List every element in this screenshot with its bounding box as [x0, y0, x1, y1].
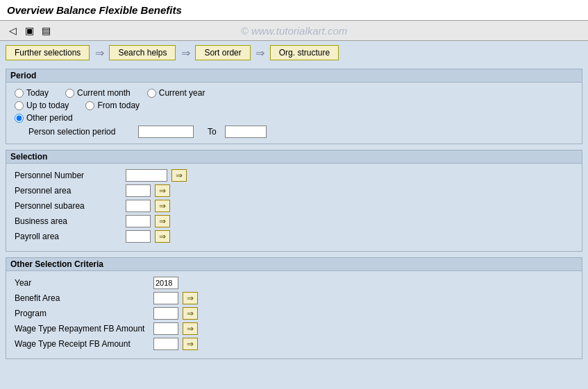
benefit-area-input[interactable] — [153, 292, 178, 304]
business-area-label: Business area — [15, 216, 126, 226]
personnel-subarea-label: Personnel subarea — [15, 201, 126, 211]
selection-section-title: Selection — [6, 150, 582, 164]
wage-type-repayment-label: Wage Type Repayment FB Amount — [15, 324, 153, 334]
wage-type-receipt-arrow-btn[interactable]: ⇒ — [183, 338, 198, 350]
person-selection-period-label: Person selection period — [28, 127, 133, 137]
program-arrow-btn[interactable]: ⇒ — [183, 307, 198, 320]
tab-search-helps[interactable]: Search helps — [109, 45, 176, 60]
personnel-area-input[interactable] — [126, 184, 151, 197]
back-icon[interactable]: ◁ — [6, 24, 19, 37]
payroll-area-arrow-btn[interactable]: ⇒ — [155, 230, 170, 243]
payroll-area-label: Payroll area — [15, 232, 126, 241]
wage-type-repayment-arrow-btn[interactable]: ⇒ — [183, 322, 198, 335]
selection-row-payroll-area: Payroll area ⇒ — [15, 230, 573, 243]
selection-row-personnel-subarea: Personnel subarea ⇒ — [15, 200, 573, 212]
personnel-number-input[interactable] — [126, 169, 167, 182]
page-title: Overview Balance Flexible Benefits — [7, 4, 182, 16]
selection-row-personnel-area: Personnel area ⇒ — [15, 184, 573, 197]
selection-row-personnel-number: Personnel Number ⇒ — [15, 169, 573, 182]
other-criteria-section: Other Selection Criteria Year Benefit Ar… — [6, 257, 582, 359]
selection-section: Selection Personnel Number ⇒ Personnel a… — [6, 150, 582, 252]
radio-from-today[interactable]: From today — [85, 101, 140, 110]
criteria-row-wage-type-repayment: Wage Type Repayment FB Amount ⇒ — [15, 322, 573, 335]
person-selection-period-to-input[interactable] — [225, 126, 267, 138]
nav-icon[interactable]: ▤ — [39, 24, 53, 37]
personnel-number-arrow-btn[interactable]: ⇒ — [171, 169, 187, 182]
person-selection-period-from-input[interactable] — [138, 126, 194, 138]
personnel-area-label: Personnel area — [15, 186, 126, 196]
year-input[interactable] — [153, 277, 178, 289]
radio-other-period[interactable]: Other period — [15, 113, 73, 123]
radio-today[interactable]: Today — [15, 88, 49, 98]
benefit-area-arrow-btn[interactable]: ⇒ — [183, 292, 198, 304]
tab-arrow-1: ⇒ — [92, 46, 106, 60]
period-section-title: Period — [6, 69, 582, 83]
personnel-number-label: Personnel Number — [15, 171, 126, 180]
criteria-row-program: Program ⇒ — [15, 307, 573, 320]
year-label: Year — [15, 278, 153, 288]
wage-type-repayment-input[interactable] — [153, 322, 178, 335]
other-criteria-section-title: Other Selection Criteria — [6, 258, 582, 271]
business-area-arrow-btn[interactable]: ⇒ — [155, 215, 170, 227]
personnel-subarea-arrow-btn[interactable]: ⇒ — [155, 200, 170, 212]
tab-further-selections[interactable]: Further selections — [6, 45, 90, 60]
radio-up-to-today[interactable]: Up to today — [15, 101, 69, 110]
tab-org-structure[interactable]: Org. structure — [270, 45, 339, 60]
personnel-subarea-input[interactable] — [126, 200, 151, 212]
tab-sort-order[interactable]: Sort order — [195, 45, 250, 60]
selection-row-business-area: Business area ⇒ — [15, 215, 573, 227]
criteria-row-benefit-area: Benefit Area ⇒ — [15, 292, 573, 304]
payroll-area-input[interactable] — [126, 230, 151, 243]
radio-current-month[interactable]: Current month — [65, 88, 131, 98]
tab-arrow-2: ⇒ — [178, 46, 192, 60]
to-label: To — [208, 127, 217, 137]
personnel-area-arrow-btn[interactable]: ⇒ — [155, 184, 170, 197]
period-section: Period Today Current month Current year … — [6, 69, 582, 144]
radio-current-year[interactable]: Current year — [147, 88, 205, 98]
watermark: © www.tutorialkart.com — [241, 25, 348, 37]
criteria-row-wage-type-receipt: Wage Type Receipt FB Amount ⇒ — [15, 338, 573, 350]
criteria-row-year: Year — [15, 277, 573, 289]
save-icon[interactable]: ▣ — [22, 24, 36, 37]
business-area-input[interactable] — [126, 215, 151, 227]
wage-type-receipt-input[interactable] — [153, 338, 178, 350]
program-input[interactable] — [153, 307, 178, 320]
title-bar: Overview Balance Flexible Benefits — [0, 0, 588, 21]
tabs-bar: Further selections ⇒ Search helps ⇒ Sort… — [0, 41, 588, 64]
wage-type-receipt-label: Wage Type Receipt FB Amount — [15, 339, 153, 349]
tab-arrow-3: ⇒ — [253, 46, 267, 60]
toolbar: ◁ ▣ ▤ © www.tutorialkart.com — [0, 21, 588, 41]
benefit-area-label: Benefit Area — [15, 293, 153, 303]
program-label: Program — [15, 309, 153, 318]
